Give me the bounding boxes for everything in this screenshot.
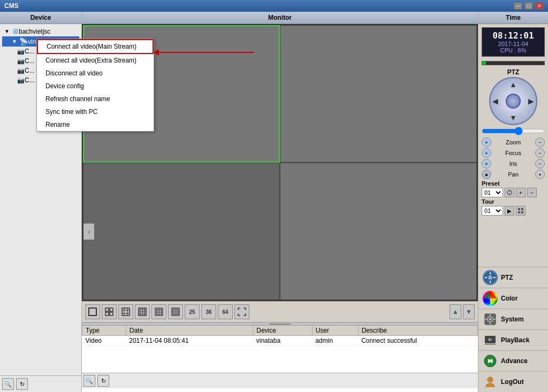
- current-time: 08:12:01: [485, 30, 542, 41]
- ptz-center-button[interactable]: [506, 94, 521, 109]
- svg-rect-41: [521, 208, 523, 210]
- ptz-speed-slider: [482, 127, 545, 135]
- ptz-right-button[interactable]: ▶: [528, 97, 534, 105]
- color-menu-label: Color: [501, 295, 517, 302]
- tour-select[interactable]: 0102: [482, 206, 503, 216]
- playback-icon: [483, 333, 498, 348]
- log-cell-device: vinataba: [253, 336, 312, 346]
- ptz-up-button[interactable]: ▲: [509, 80, 517, 89]
- expand-icon-vinat: ▼: [11, 38, 18, 45]
- zoom-plus-button[interactable]: +: [482, 137, 491, 147]
- layout-3x3-button[interactable]: [118, 304, 133, 319]
- context-menu-item-connect-extra[interactable]: Connect all video(Extra Stream): [37, 54, 154, 67]
- video-display-4: [280, 163, 476, 299]
- log-row: Video 2017-11-04 08:05:41 vinataba admin…: [82, 336, 478, 346]
- tree-item-label: C...: [25, 57, 35, 65]
- context-menu-item-device-config[interactable]: Device config: [37, 80, 154, 93]
- svg-point-53: [489, 318, 491, 320]
- side-menu-advance[interactable]: Advance: [478, 350, 548, 371]
- side-menu-color[interactable]: Color: [478, 288, 548, 309]
- context-menu-item-refresh-channel[interactable]: Refresh channel name: [37, 93, 154, 105]
- monitor-header: Monitor: [82, 12, 478, 24]
- preset-add-button[interactable]: +: [516, 188, 526, 197]
- scroll-handle[interactable]: ‹: [83, 224, 94, 240]
- advance-icon: [483, 353, 498, 368]
- scroll-up-button[interactable]: ▲: [450, 304, 461, 319]
- pan-button[interactable]: ●: [482, 170, 491, 179]
- svg-rect-1: [105, 308, 109, 311]
- fullscreen-button[interactable]: [234, 304, 249, 319]
- preset-del-button[interactable]: −: [527, 188, 537, 197]
- layout-5x5-button[interactable]: [151, 304, 166, 319]
- log-area: Type Date Device User Describe Video 201…: [82, 322, 478, 392]
- maximize-button[interactable]: □: [524, 2, 533, 10]
- speed-range-input[interactable]: [482, 129, 545, 133]
- log-refresh-button[interactable]: ↻: [97, 375, 109, 387]
- camera-icon-1: 📷: [17, 48, 25, 55]
- layout-4x4-button[interactable]: [135, 304, 150, 319]
- log-col-user: User: [312, 326, 358, 336]
- search-button[interactable]: 🔍: [2, 378, 14, 390]
- svg-point-62: [488, 377, 493, 382]
- current-date: 2017-11-04: [485, 41, 542, 47]
- layout-6x6-button[interactable]: [168, 304, 183, 319]
- app-title: CMS: [4, 2, 19, 10]
- context-menu-item-disconnect[interactable]: Disconnect all video: [37, 67, 154, 80]
- layout-1x1-button[interactable]: [85, 304, 100, 319]
- iris-plus-button[interactable]: +: [482, 159, 491, 168]
- camera-icon-4: 📷: [17, 77, 25, 84]
- close-button[interactable]: ✕: [535, 2, 544, 10]
- ptz-left-button[interactable]: ◀: [492, 97, 498, 105]
- refresh-button[interactable]: ↻: [16, 378, 28, 390]
- context-menu-item-sync-time[interactable]: Sync time with PC: [37, 105, 154, 118]
- video-cell-4[interactable]: [280, 163, 477, 300]
- tour-add-button[interactable]: [516, 206, 526, 216]
- system-icon: [483, 312, 498, 327]
- focus-row: + Focus −: [478, 148, 548, 158]
- side-menu-system[interactable]: System: [478, 309, 548, 329]
- tour-label: Tour: [478, 198, 548, 205]
- zoom-minus-button[interactable]: −: [535, 137, 545, 147]
- log-cell-user: admin: [312, 336, 358, 346]
- log-col-type: Type: [82, 326, 126, 336]
- ptz-wheel[interactable]: ▲ ▼ ◀ ▶: [489, 77, 537, 125]
- pan-dot-button[interactable]: •: [535, 170, 545, 179]
- iris-minus-button[interactable]: −: [535, 159, 545, 168]
- layout-64-button[interactable]: 64: [218, 304, 233, 319]
- scroll-down-button[interactable]: ▼: [463, 304, 475, 319]
- focus-plus-button[interactable]: +: [482, 148, 491, 158]
- ptz-menu-label: PTZ: [501, 274, 513, 281]
- svg-rect-3: [105, 312, 109, 316]
- side-menu-playback[interactable]: PlayBack: [478, 329, 548, 350]
- side-menu-logout[interactable]: LogOut: [478, 371, 548, 392]
- ptz-down-button[interactable]: ▼: [509, 113, 517, 122]
- log-search-button[interactable]: 🔍: [83, 375, 95, 387]
- preset-select[interactable]: 010203: [482, 188, 503, 197]
- layout-25-button[interactable]: 25: [185, 304, 200, 319]
- layout-36-button[interactable]: 36: [201, 304, 216, 319]
- layout-2x2-button[interactable]: [102, 304, 117, 319]
- context-menu-item-rename[interactable]: Rename: [37, 118, 154, 131]
- side-menu-ptz[interactable]: PTZ: [478, 267, 548, 288]
- preset-set-button[interactable]: [505, 188, 514, 197]
- cpu-bar: [482, 61, 545, 65]
- pan-label: Pan: [508, 171, 519, 178]
- video-display-3: ‹: [83, 163, 279, 299]
- svg-rect-43: [521, 211, 523, 213]
- tour-row: 0102 ▶: [478, 205, 548, 216]
- device-icon: 📡: [19, 37, 28, 45]
- video-cell-2[interactable]: [280, 25, 477, 163]
- tree-item-label: bachvietjsc: [19, 28, 50, 35]
- svg-point-45: [488, 275, 492, 280]
- focus-minus-button[interactable]: −: [535, 148, 545, 158]
- minimize-button[interactable]: —: [514, 2, 522, 10]
- system-menu-label: System: [501, 316, 524, 323]
- tree-item-bachvietjsc[interactable]: ▼ 🖥 bachvietjsc: [2, 26, 79, 36]
- svg-rect-42: [518, 211, 520, 213]
- tree-item-label: C...: [25, 67, 35, 74]
- context-menu-item-connect-main[interactable]: Connect all video(Main Stream): [37, 39, 154, 54]
- iris-row: + Iris −: [478, 158, 548, 169]
- video-cell-3[interactable]: ‹: [83, 163, 280, 300]
- iris-label: Iris: [509, 160, 517, 167]
- tour-play-button[interactable]: ▶: [505, 206, 514, 216]
